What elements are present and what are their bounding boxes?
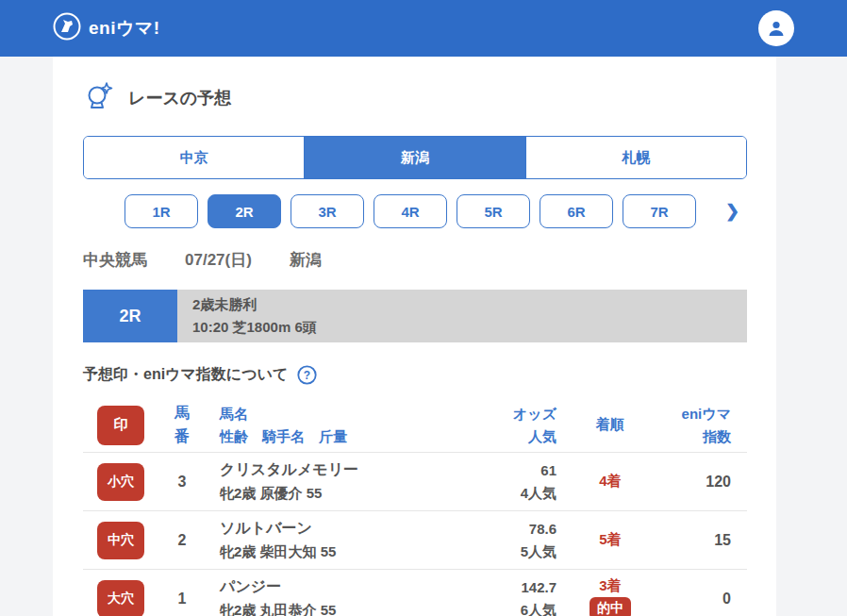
result-cell: 5着 <box>568 531 653 549</box>
header-mark: 印 <box>83 406 158 445</box>
odds-cell: 61 4人気 <box>445 459 568 504</box>
crystal-ball-icon <box>85 81 113 115</box>
content-card: レースの予想 中京 新潟 札幌 1R 2R 3R 4R 5R 6R 7R ❯ 中… <box>53 57 776 616</box>
popularity: 4人気 <box>445 482 556 504</box>
horse-name: クリスタルメモリー <box>220 458 445 482</box>
header-result: 着順 <box>568 416 653 434</box>
horse-logo-icon <box>53 12 81 44</box>
eniuma-index: 120 <box>653 474 747 491</box>
race-name: 2歳未勝利 <box>192 294 747 315</box>
odds-value: 142.7 <box>445 576 556 598</box>
race-tab-2r[interactable]: 2R <box>208 194 281 228</box>
eniuma-index: 15 <box>653 532 747 549</box>
finish-position: 4着 <box>568 473 653 491</box>
venue-tab-sapporo[interactable]: 札幌 <box>525 137 746 178</box>
horse-number: 3 <box>158 474 206 491</box>
header-odds: オッズ 人気 <box>445 403 568 447</box>
race-tab-1r[interactable]: 1R <box>125 194 198 228</box>
finish-position: 5着 <box>568 531 653 549</box>
race-tab-4r[interactable]: 4R <box>374 194 447 228</box>
horse-detail: 牝2歳 柴田大知 55 <box>220 541 445 562</box>
race-tabs: 1R 2R 3R 4R 5R 6R 7R ❯ <box>83 189 747 234</box>
race-tab-5r[interactable]: 5R <box>457 194 530 228</box>
svg-text:?: ? <box>304 369 310 382</box>
venue-tabs: 中京 新潟 札幌 <box>83 136 747 179</box>
horse-name-cell: クリスタルメモリー 牝2歳 原優介 55 <box>206 458 445 504</box>
about-label: 予想印・eniウマ指数について <box>83 365 288 385</box>
header-horse-name: 馬名 性齢 騎手名 斤量 <box>206 403 445 447</box>
table-row[interactable]: 大穴 1 パンジー 牝2歳 丸田恭介 55 142.7 6人気 3着 的中 0 <box>83 570 747 616</box>
venue-tab-chukyo[interactable]: 中京 <box>84 137 304 178</box>
prediction-mark-badge: 中穴 <box>97 522 144 559</box>
race-number-badge: 2R <box>83 290 177 342</box>
horse-name-cell: パンジー 牝2歳 丸田恭介 55 <box>206 575 445 616</box>
page-title: レースの予想 <box>128 87 231 109</box>
popularity: 6人気 <box>445 599 556 616</box>
chevron-right-icon[interactable]: ❯ <box>725 203 739 220</box>
horse-name: ソルトバーン <box>220 517 445 541</box>
mark-header-badge: 印 <box>97 406 144 445</box>
table-row[interactable]: 小穴 3 クリスタルメモリー 牝2歳 原優介 55 61 4人気 4着 120 <box>83 453 747 511</box>
horse-detail: 牝2歳 丸田恭介 55 <box>220 599 445 616</box>
race-venue: 新潟 <box>290 249 322 271</box>
section-header: レースの予想 <box>85 81 747 115</box>
race-category: 中央競馬 <box>83 249 147 271</box>
race-date: 07/27(日) <box>185 249 252 271</box>
odds-value: 78.6 <box>445 518 556 540</box>
hit-badge: 的中 <box>590 597 631 616</box>
race-meta: 中央競馬 07/27(日) 新潟 <box>83 249 747 271</box>
finish-position: 3着 <box>568 577 653 595</box>
horse-detail: 牝2歳 原優介 55 <box>220 482 445 504</box>
eniuma-index: 0 <box>653 591 747 608</box>
horse-number: 1 <box>158 591 206 608</box>
user-avatar-button[interactable] <box>758 10 794 46</box>
table-row[interactable]: 中穴 2 ソルトバーン 牝2歳 柴田大知 55 78.6 5人気 5着 15 <box>83 511 747 570</box>
odds-value: 61 <box>445 459 556 481</box>
odds-cell: 78.6 5人気 <box>445 518 568 562</box>
race-tab-7r[interactable]: 7R <box>623 194 696 228</box>
header-horse-number: 馬 番 <box>158 402 206 449</box>
horse-number: 2 <box>158 532 206 549</box>
popularity: 5人気 <box>445 541 556 562</box>
brand-name: eniウマ! <box>89 16 160 41</box>
horse-name: パンジー <box>220 575 445 599</box>
help-icon[interactable]: ? <box>297 365 317 385</box>
horse-name-cell: ソルトバーン 牝2歳 柴田大知 55 <box>206 517 445 562</box>
person-icon <box>765 17 788 40</box>
odds-cell: 142.7 6人気 <box>445 576 568 616</box>
result-cell: 4着 <box>568 473 653 491</box>
venue-tab-niigata[interactable]: 新潟 <box>304 137 524 178</box>
top-navbar: eniウマ! <box>0 0 847 57</box>
prediction-mark-badge: 小穴 <box>97 463 144 501</box>
table-header-row: 印 馬 番 馬名 性齢 騎手名 斤量 オッズ 人気 着順 eniウマ 指数 <box>83 398 747 453</box>
race-banner: 2R 2歳未勝利 10:20 芝1800m 6頭 <box>83 290 747 342</box>
header-index: eniウマ 指数 <box>653 403 747 447</box>
race-details: 10:20 芝1800m 6頭 <box>192 317 747 338</box>
race-tab-6r[interactable]: 6R <box>540 194 613 228</box>
about-row: 予想印・eniウマ指数について ? <box>83 365 747 385</box>
prediction-mark-badge: 大穴 <box>97 580 144 616</box>
race-banner-info: 2歳未勝利 10:20 芝1800m 6頭 <box>177 290 747 342</box>
prediction-table: 印 馬 番 馬名 性齢 騎手名 斤量 オッズ 人気 着順 eniウマ 指数 小穴… <box>83 398 747 616</box>
result-cell: 3着 的中 <box>568 577 653 616</box>
brand[interactable]: eniウマ! <box>53 12 160 44</box>
race-tab-3r[interactable]: 3R <box>291 194 364 228</box>
